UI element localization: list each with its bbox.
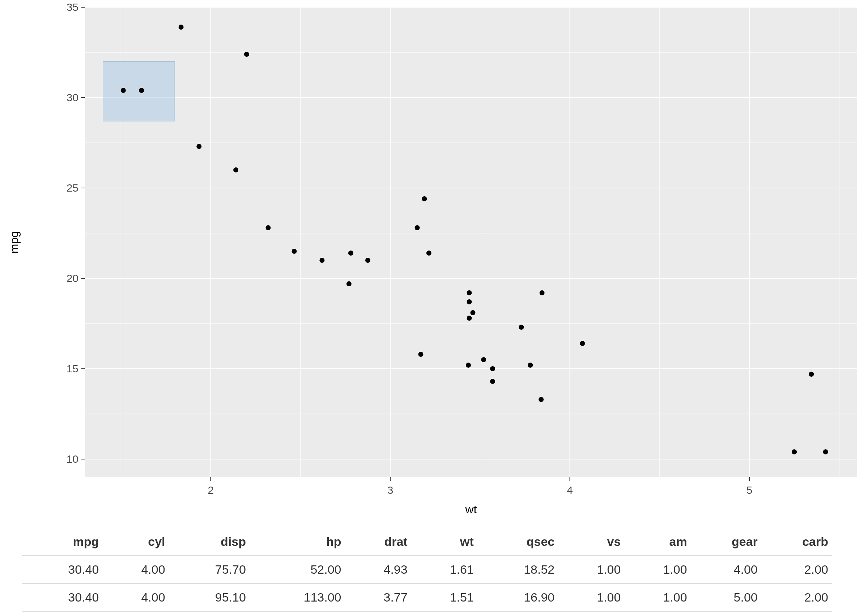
data-point [346,281,352,286]
col-header-vs: vs [558,530,624,556]
scatter-plot[interactable]: 2345101520253035wtmpg [0,0,868,520]
cell: 113.00 [250,583,345,611]
col-header-drat: drat [345,530,411,556]
col-header-am: am [624,530,690,556]
table-row: 30.404.0095.10113.003.771.5116.901.001.0… [22,583,832,611]
data-point [519,325,524,330]
cell: 4.00 [102,583,168,611]
cell: 18.52 [477,556,558,583]
data-point [348,250,353,256]
data-point [197,144,201,149]
data-point [809,372,814,377]
cell: 1.51 [411,583,477,611]
data-point [426,250,431,256]
table-row: 30.404.0075.7052.004.931.6118.521.001.00… [22,556,832,583]
cell: 75.70 [169,556,250,583]
data-point [481,357,486,362]
col-header-cyl: cyl [102,530,168,556]
data-point [467,316,472,321]
data-point [121,88,126,93]
data-point [467,299,472,304]
data-point [179,25,184,30]
cell: 52.00 [250,556,345,583]
col-header-wt: wt [411,530,477,556]
y-axis-title: mpg [8,231,20,253]
data-point [823,449,828,454]
data-point [792,449,797,454]
cell: 2.00 [761,583,832,611]
x-tick-label: 4 [567,484,573,496]
cell: 3.77 [345,583,411,611]
col-header-hp: hp [250,530,345,556]
col-header-disp: disp [169,530,250,556]
cell: 1.00 [624,556,690,583]
data-point [418,352,423,357]
cell: 1.00 [624,583,690,611]
data-point [365,258,370,263]
x-tick-label: 3 [387,484,393,496]
brush-selection[interactable] [103,61,175,121]
data-point [539,397,544,402]
cell: 1.00 [558,583,624,611]
data-point [244,52,249,57]
y-tick-label: 15 [66,363,79,374]
data-point [266,225,270,230]
x-tick-label: 2 [208,484,214,496]
cell: 95.10 [169,583,250,611]
y-tick-label: 35 [66,1,79,13]
data-point [466,363,471,368]
data-point [233,167,238,173]
data-point [528,363,533,368]
data-point [580,341,585,346]
data-point [139,88,144,93]
data-point [422,196,427,201]
cell: 30.40 [22,583,102,611]
cell: 30.40 [22,556,102,583]
data-point [539,290,545,295]
data-point [415,225,420,230]
col-header-mpg: mpg [22,530,102,556]
cell: 4.93 [345,556,411,583]
cell: 1.00 [558,556,624,583]
data-point [291,249,297,254]
y-tick-label: 25 [66,182,79,194]
cell: 16.90 [477,583,558,611]
cell: 5.00 [691,583,761,611]
svg-rect-0 [85,7,857,477]
col-header-qsec: qsec [477,530,558,556]
data-point [490,379,495,384]
cell: 1.61 [411,556,477,583]
data-point [319,258,324,263]
y-tick-label: 20 [66,272,79,284]
brushed-data-table: mpgcyldisphpdratwtqsecvsamgearcarb 30.40… [22,530,832,612]
x-tick-label: 5 [747,484,753,496]
data-point [467,290,472,295]
col-header-gear: gear [691,530,761,556]
cell: 4.00 [691,556,761,583]
cell: 4.00 [102,556,168,583]
col-header-carb: carb [761,530,832,556]
data-point [490,366,495,371]
x-axis-title: wt [465,503,477,516]
y-tick-label: 30 [66,91,79,104]
cell: 2.00 [761,556,832,583]
y-tick-label: 10 [66,453,79,465]
data-point [470,310,475,315]
